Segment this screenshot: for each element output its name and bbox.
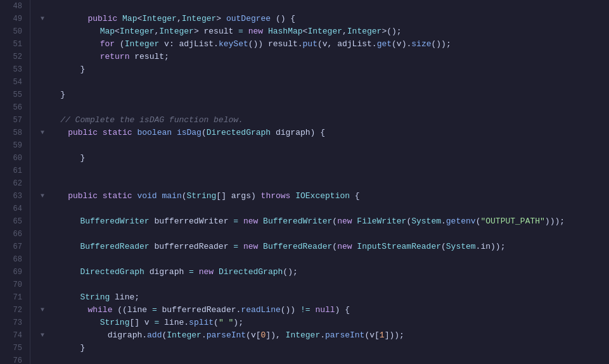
code-line-64 [41,203,609,215]
ln-52: 52 [5,51,22,63]
line-numbers: 48 49 50 51 52 53 54 55 56 57 58 59 60 6… [0,0,30,364]
code-line-48 [41,0,609,13]
ln-56: 56 [5,101,22,114]
code-line-65: BufferedWriter bufferredWriter = new Buf… [41,215,609,228]
code-line-76 [41,355,609,364]
code-line-63: ▼ public static void main ( String [] ar… [41,190,609,203]
ln-58: 58 [5,127,22,139]
code-line-62 [41,177,609,190]
ln-67: 67 [5,241,22,253]
code-line-68 [41,253,609,266]
code-line-66 [41,228,609,241]
ln-51: 51 [5,38,22,51]
code-line-61 [41,165,609,177]
ln-65: 65 [5,215,22,228]
ln-54: 54 [5,76,22,89]
ln-66: 66 [5,228,22,241]
ln-62: 62 [5,177,22,190]
code-line-60: } [41,152,609,165]
ln-75: 75 [5,342,22,355]
ln-48: 48 [5,0,22,13]
code-line-57: // Complete the isDAG function below. [41,114,609,127]
fold-arrow-49[interactable]: ▼ [41,13,48,25]
fold-arrow-74[interactable]: ▼ [41,329,48,342]
code-line-74: ▼ digraph . add ( Integer . parseInt ( v… [41,329,609,342]
code-line-53: } [41,63,609,76]
code-content: ▼ public Map < Integer , Integer > outDe… [30,0,609,364]
ln-55: 55 [5,89,22,101]
ln-53: 53 [5,63,22,76]
code-line-71: String line ; [41,291,609,304]
code-line-50: Map < Integer , Integer > result = new H… [41,25,609,38]
ln-69: 69 [5,266,22,279]
code-line-52: return result ; [41,51,609,63]
fold-arrow-63[interactable]: ▼ [41,190,48,203]
code-line-59 [41,139,609,152]
code-line-58: ▼ public static boolean isDag ( Directed… [41,127,609,139]
ln-76: 76 [5,355,22,364]
code-line-69: DirectedGraph digraph = new DirectedGrap… [41,266,609,279]
ln-50: 50 [5,25,22,38]
ln-68: 68 [5,253,22,266]
ln-60: 60 [5,152,22,165]
code-line-75: } [41,342,609,355]
fold-arrow-58[interactable]: ▼ [41,127,48,139]
ln-63: 63 [5,190,22,203]
ln-73: 73 [5,317,22,329]
ln-64: 64 [5,203,22,215]
code-line-51: for ( Integer v : adjList . keySet ()) r… [41,38,609,51]
ln-57: 57 [5,114,22,127]
ln-59: 59 [5,139,22,152]
ln-72: 72 [5,304,22,317]
ln-70: 70 [5,279,22,291]
code-line-67: BufferedReader bufferredReader = new Buf… [41,241,609,253]
code-line-70 [41,279,609,291]
code-line-54 [41,76,609,89]
ln-61: 61 [5,165,22,177]
ln-49: 49 [5,13,22,25]
ln-71: 71 [5,291,22,304]
code-line-56 [41,101,609,114]
code-editor: 48 49 50 51 52 53 54 55 56 57 58 59 60 6… [0,0,609,364]
ln-74: 74 [5,329,22,342]
code-line-72: ▼ while (( line = bufferredReader . read… [41,304,609,317]
code-line-55: } [41,89,609,101]
fold-arrow-72[interactable]: ▼ [41,304,48,317]
code-line-49: ▼ public Map < Integer , Integer > outDe… [41,13,609,25]
code-line-73: String [] v = line . split ( " " ); [41,317,609,329]
